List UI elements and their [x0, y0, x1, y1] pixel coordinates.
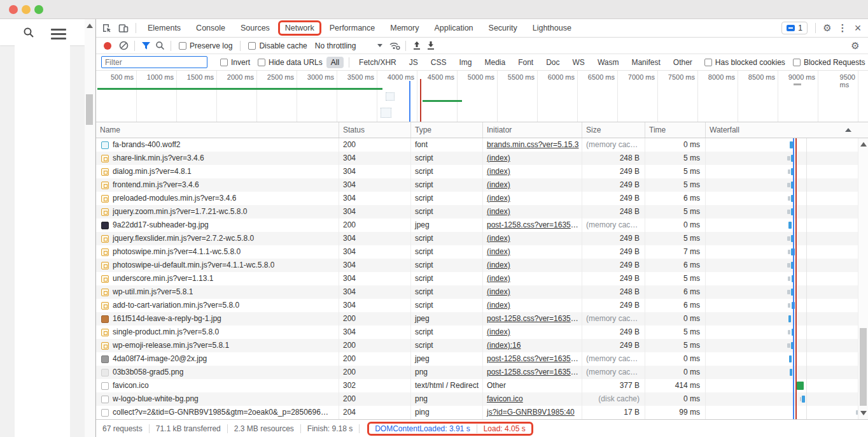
timeline-overview[interactable]: 500 ms1000 ms1500 ms2000 ms2500 ms3000 m… [96, 71, 868, 122]
table-row[interactable]: preloaded-modules.min.js?ver=3.4.6304scr… [96, 192, 868, 205]
type-filter-doc[interactable]: Doc [542, 57, 564, 68]
checkbox-box[interactable] [793, 59, 801, 66]
settings-gear-icon[interactable]: ⚙ [820, 22, 835, 34]
inspect-element-icon[interactable] [99, 20, 115, 36]
type-filter-fetchxhr[interactable]: Fetch/XHR [354, 57, 401, 68]
type-filter-all[interactable]: All [326, 57, 344, 68]
table-row[interactable]: collect?v=2&tid=G-GNRB9V1985&gtm=2oeak0&… [96, 406, 868, 419]
minimize-window-button[interactable] [22, 5, 31, 14]
clear-network-log-icon[interactable] [116, 41, 130, 50]
column-header-name[interactable]: Name [96, 122, 339, 138]
tab-application[interactable]: Application [426, 19, 480, 37]
type-filter-css[interactable]: CSS [426, 57, 451, 68]
close-window-button[interactable] [9, 5, 18, 14]
type-filter-manifest[interactable]: Manifest [627, 57, 664, 68]
preserve-log-checkbox[interactable]: Preserve log [179, 41, 232, 50]
table-row[interactable]: favicon.ico302text/html / RedirectOther3… [96, 379, 868, 392]
table-row[interactable]: jquery.zoom.min.js?ver=1.7.21-wc.5.8.030… [96, 205, 868, 218]
column-header-size[interactable]: Size [582, 122, 645, 138]
table-row[interactable]: single-product.min.js?ver=5.8.0304script… [96, 326, 868, 339]
tab-network[interactable]: Network [277, 19, 322, 37]
issues-badge[interactable]: 1 [781, 22, 808, 34]
initiator-link[interactable]: (index):16 [487, 341, 521, 350]
filter-input[interactable] [101, 56, 207, 68]
initiator-link[interactable]: brands.min.css?ver=5.15.3 [487, 140, 578, 149]
column-header-status[interactable]: Status [339, 122, 410, 138]
checkbox-box[interactable] [704, 59, 712, 66]
type-filter-wasm[interactable]: Wasm [593, 57, 624, 68]
initiator-link[interactable]: post-1258.css?ver=1635269916 [487, 220, 582, 229]
table-row[interactable]: 161f514d-leave-a-reply-bg-1.jpg200jpegpo… [96, 312, 868, 326]
type-filter-img[interactable]: Img [454, 57, 476, 68]
tab-security[interactable]: Security [481, 19, 525, 37]
table-row[interactable]: 9a22dd17-subheader-bg.jpg200jpegpost-125… [96, 218, 868, 232]
initiator-link[interactable]: (index) [487, 194, 510, 203]
filter-funnel-icon[interactable] [139, 41, 153, 50]
tab-memory[interactable]: Memory [382, 19, 426, 37]
table-row[interactable]: dialog.min.js?ver=4.8.1304script(index)2… [96, 165, 868, 178]
import-har-icon[interactable] [410, 41, 424, 50]
table-scrollbar-thumb[interactable] [860, 328, 867, 406]
scroll-down-arrow-icon[interactable] [860, 411, 867, 415]
scroll-up-arrow-icon[interactable] [860, 142, 867, 147]
type-filter-js[interactable]: JS [405, 57, 423, 68]
hamburger-menu-icon[interactable] [51, 29, 66, 42]
network-settings-gear-icon[interactable]: ⚙ [848, 40, 863, 52]
type-filter-other[interactable]: Other [669, 57, 697, 68]
checkbox-box[interactable] [258, 59, 265, 66]
column-header-initiator[interactable]: Initiator [482, 122, 582, 138]
initiator-link[interactable]: (index) [487, 154, 510, 162]
page-scrollbar-thumb[interactable] [86, 94, 93, 125]
hide-data-urls-checkbox[interactable]: Hide data URLs [258, 58, 323, 67]
initiator-link[interactable]: post-1258.css?ver=1635269916 [487, 314, 582, 323]
table-row[interactable]: add-to-cart-variation.min.js?ver=5.8.030… [96, 299, 868, 312]
table-row[interactable]: 4da08f74-image-20@2x.jpg200jpegpost-1258… [96, 352, 868, 366]
page-scrollbar[interactable] [85, 19, 95, 437]
initiator-link[interactable]: (index) [487, 234, 510, 243]
initiator-link[interactable]: (index) [487, 301, 510, 310]
initiator-link[interactable]: (index) [487, 327, 510, 336]
initiator-link[interactable]: (index) [487, 180, 510, 189]
initiator-link[interactable]: post-1258.css?ver=1635269916 [487, 368, 582, 376]
table-row[interactable]: underscore.min.js?ver=1.13.1304script(in… [96, 272, 868, 285]
kebab-menu-icon[interactable]: ⋮ [835, 22, 850, 34]
table-row[interactable]: fa-brands-400.woff2200fontbrands.min.css… [96, 138, 868, 152]
table-row[interactable]: w-logo-blue-white-bg.png200pngfavicon.ic… [96, 392, 868, 406]
initiator-link[interactable]: favicon.ico [487, 394, 523, 403]
checkbox-box[interactable] [220, 59, 228, 66]
tab-sources[interactable]: Sources [233, 19, 277, 37]
column-header-time[interactable]: Time [645, 122, 705, 138]
search-network-icon[interactable] [153, 41, 167, 50]
tab-console[interactable]: Console [188, 19, 233, 37]
table-row[interactable]: 03b3b058-grad5.png200pngpost-1258.css?ve… [96, 366, 868, 379]
network-conditions-icon[interactable] [388, 41, 402, 50]
table-row[interactable]: photoswipe.min.js?ver=4.1.1-wc.5.8.0304s… [96, 245, 868, 259]
search-icon[interactable] [23, 27, 34, 38]
table-row[interactable]: wp-util.min.js?ver=5.8.1304script(index)… [96, 285, 868, 299]
checkbox-box[interactable] [248, 42, 256, 50]
disable-cache-checkbox[interactable]: Disable cache [248, 41, 307, 50]
export-har-icon[interactable] [424, 41, 438, 50]
type-filter-ws[interactable]: WS [568, 57, 589, 68]
initiator-link[interactable]: (index) [487, 287, 510, 296]
tab-performance[interactable]: Performance [322, 19, 383, 37]
tab-elements[interactable]: Elements [140, 19, 188, 37]
table-scrollbar[interactable] [858, 138, 868, 419]
initiator-link[interactable]: (index) [487, 207, 510, 216]
initiator-link[interactable]: (index) [487, 167, 510, 176]
table-row[interactable]: wp-emoji-release.min.js?ver=5.8.1200scri… [96, 339, 868, 352]
type-filter-media[interactable]: Media [480, 57, 510, 68]
initiator-link[interactable]: (index) [487, 261, 510, 269]
initiator-link[interactable]: (index) [487, 274, 510, 283]
record-network-log-button[interactable] [104, 42, 111, 50]
table-row[interactable]: jquery.flexslider.min.js?ver=2.7.2-wc.5.… [96, 232, 868, 245]
maximize-window-button[interactable] [34, 5, 43, 14]
throttling-select[interactable]: No throttling [315, 41, 383, 50]
toggle-device-toolbar-icon[interactable] [115, 20, 132, 36]
filter-checkbox-0[interactable]: Has blocked cookies [704, 58, 785, 67]
filter-checkbox-1[interactable]: Blocked Requests [793, 58, 865, 67]
scroll-up-arrow-icon[interactable] [87, 24, 93, 28]
close-devtools-icon[interactable]: × [850, 22, 865, 35]
table-row[interactable]: photoswipe-ui-default.min.js?ver=4.1.1-w… [96, 259, 868, 272]
initiator-link[interactable]: (index) [487, 247, 510, 256]
